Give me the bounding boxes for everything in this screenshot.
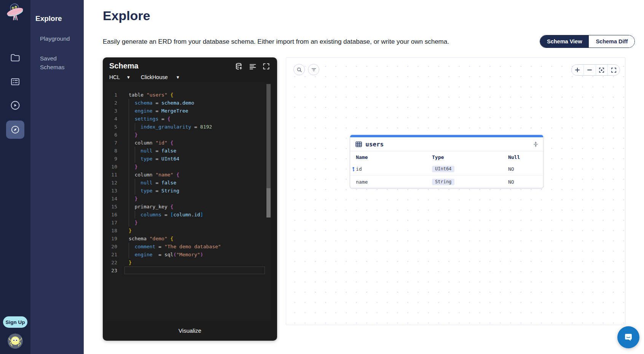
erd-canvas[interactable]: users NameTypeNull idUInt64NOnameStringN… [286, 57, 625, 325]
chat-launcher-button[interactable] [617, 326, 639, 348]
code-line: 20 comment = "The demo database" [105, 243, 266, 251]
sidebar-item-getting-started[interactable] [9, 99, 21, 111]
page-title: Explore [103, 8, 150, 23]
code-line: 7 column "id" { [105, 139, 266, 147]
ufo-logo-icon [2, 2, 27, 24]
code-line: 21 engine = sql("Memory") [105, 251, 266, 259]
expand-icon [262, 62, 270, 70]
code-line: 2 schema = schema.demo [105, 99, 266, 107]
editor-config-row: HCL ▼ ClickHouse ▼ [109, 74, 180, 80]
search-button[interactable] [293, 64, 305, 75]
type-badge: String [432, 179, 454, 185]
table-node-users[interactable]: users NameTypeNull idUInt64NOnameStringN… [350, 135, 544, 188]
chevron-down-icon: ▼ [126, 75, 131, 79]
table-icon [355, 141, 362, 147]
sidebar-item-playground[interactable]: Playground [40, 34, 70, 43]
collapse-table-button[interactable] [532, 141, 539, 148]
list-check-icon [10, 76, 21, 87]
sign-up-button[interactable]: Sign Up [3, 316, 27, 328]
code-line: 1table "users" { [105, 91, 266, 99]
sidebar-item-explore[interactable] [6, 121, 24, 139]
code-editor[interactable]: 1table "users" {2 schema = schema.demo3 … [105, 83, 271, 321]
code-line: 9 type = UInt64 [105, 155, 266, 163]
fit-view-icon [599, 67, 604, 73]
null-value: NO [508, 179, 537, 185]
table-rows: idUInt64NOnameStringNO [350, 163, 543, 188]
column-header: Name [356, 154, 432, 160]
tab-schema-view[interactable]: Schema View [540, 35, 589, 48]
minus-icon [587, 67, 592, 73]
scrollbar-decoration [266, 188, 271, 217]
code-line: 4 settings = { [105, 115, 266, 123]
code-lines: 1table "users" {2 schema = schema.demo3 … [105, 91, 266, 275]
avatar-critter-icon [8, 333, 23, 349]
canvas-fullscreen-button[interactable] [608, 65, 620, 75]
table-row[interactable]: nameStringNO [350, 175, 543, 188]
primary-key-icon [352, 167, 355, 171]
table-card-header: users [350, 137, 543, 151]
code-line: 12 null = false [105, 179, 266, 187]
table-name: users [365, 141, 384, 148]
search-icon [296, 67, 302, 73]
icon-rail: Sign Up [0, 0, 30, 354]
column-header: Null [508, 154, 537, 160]
code-line: 11 column "name" { [105, 171, 266, 179]
format-code-button[interactable] [249, 62, 257, 71]
view-toggle: Schema View Schema Diff [540, 35, 635, 48]
filter-icon [311, 67, 317, 73]
database-import-icon [235, 62, 243, 71]
sidebar-item-tasks[interactable] [9, 76, 21, 88]
column-name: id [356, 166, 432, 172]
folder-icon [10, 52, 21, 63]
code-line: 18} [105, 227, 266, 235]
language-select[interactable]: HCL ▼ [109, 74, 131, 80]
avatar[interactable] [8, 333, 23, 349]
code-line: 13 type = String [105, 187, 266, 195]
chevron-down-icon: ▼ [176, 75, 180, 79]
app-logo[interactable] [2, 2, 27, 24]
null-value: NO [508, 166, 537, 172]
column-header: Type [432, 154, 508, 160]
format-lines-icon [249, 62, 257, 71]
fit-view-button[interactable] [596, 65, 608, 75]
import-database-button[interactable] [235, 62, 243, 71]
schema-panel-toolbar [235, 62, 270, 71]
code-line: 22} [105, 259, 266, 267]
plus-icon [575, 67, 580, 73]
sidebar-section-title: Explore [35, 14, 62, 23]
code-line: 6 } [105, 131, 266, 139]
sidebar-item-saved-schemas[interactable]: Saved Schemas [40, 54, 80, 71]
zoom-out-button[interactable] [584, 65, 596, 75]
filter-button[interactable] [308, 64, 319, 75]
zoom-in-button[interactable] [572, 65, 584, 75]
visualize-button[interactable]: Visualize [103, 325, 277, 336]
editor-scrollbar[interactable] [266, 83, 271, 321]
dialect-select[interactable]: ClickHouse ▼ [141, 74, 180, 80]
code-line: 5 index_granularity = 8192 [105, 123, 266, 131]
schema-editor-panel: Schema HCL ▼ ClickHouse [103, 57, 277, 341]
editor-fullscreen-button[interactable] [262, 62, 270, 71]
code-line: 16 columns = [column.id] [105, 211, 266, 219]
code-line: 17 } [105, 219, 266, 227]
code-line: 10 } [105, 163, 266, 171]
language-value: HCL [109, 74, 120, 80]
sidebar-item-projects[interactable] [9, 51, 21, 63]
type-badge: UInt64 [432, 166, 454, 172]
code-line: 8 null = false [105, 147, 266, 155]
code-line: 23 [105, 267, 266, 275]
code-line: 3 engine = MergeTree [105, 107, 266, 115]
schema-panel-title: Schema [109, 62, 139, 70]
section-sidebar: Explore Playground Saved Schemas [30, 0, 84, 354]
tab-schema-diff[interactable]: Schema Diff [589, 35, 634, 48]
zoom-controls [571, 64, 620, 76]
code-line: 19schema "demo" { [105, 235, 266, 243]
code-line: 14 } [105, 195, 266, 203]
page-subtitle: Easily generate an ERD from your databas… [103, 38, 449, 46]
chat-icon [623, 332, 634, 343]
table-row[interactable]: idUInt64NO [350, 163, 543, 175]
dialect-value: ClickHouse [141, 74, 168, 80]
fullscreen-icon [611, 67, 617, 73]
table-column-headers: NameTypeNull [350, 151, 543, 163]
collapse-icon [533, 141, 539, 147]
column-name: name [356, 179, 432, 185]
